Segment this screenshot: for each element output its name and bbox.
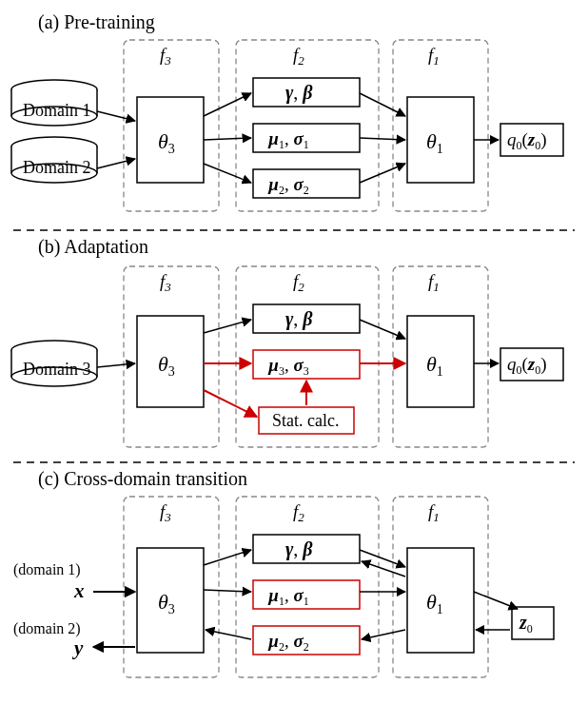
- svg-text:µ3, σ3: µ3, σ3: [267, 355, 309, 378]
- svg-text:γ, β: γ, β: [285, 538, 313, 560]
- svg-text:q0(z0): q0(z0): [507, 354, 547, 377]
- svg-text:γ, β: γ, β: [285, 82, 313, 104]
- arrow: [474, 592, 518, 609]
- section-c: f3 f2 f1 (domain 1) x (domain 2) y θ3 γ,…: [13, 497, 554, 677]
- svg-text:µ2, σ2: µ2, σ2: [267, 631, 309, 654]
- theta1-block-a: [407, 97, 474, 183]
- svg-text:f2: f2: [293, 45, 304, 68]
- caption-c: (c) Cross-domain transition: [38, 468, 247, 490]
- arrow: [360, 93, 405, 116]
- z0-block-c: [512, 607, 554, 639]
- svg-text:f1: f1: [428, 271, 440, 294]
- svg-text:f2: f2: [293, 271, 304, 294]
- svg-text:µ1, σ1: µ1, σ1: [267, 585, 309, 608]
- statcalc-label: Stat. calc.: [272, 411, 339, 430]
- arrow: [204, 164, 251, 183]
- svg-text:µ1, σ1: µ1, σ1: [267, 128, 309, 151]
- section-b: f3 f2 f1 Domain 3 θ3 γ, β µ3, σ3 Stat. c…: [11, 266, 563, 447]
- x-var: x: [73, 579, 85, 602]
- domain2-cyl: Domain 2: [11, 137, 97, 183]
- domain2-label: Domain 2: [23, 158, 91, 177]
- x-note: (domain 1): [13, 561, 81, 578]
- domain1-cyl: Domain 1: [11, 80, 97, 126]
- section-a: f3 f2 f1 Domain 1 Domain 2 θ3 γ, β: [11, 40, 563, 211]
- svg-text:f3: f3: [160, 271, 171, 294]
- svg-text:f1: f1: [428, 45, 440, 68]
- arrow: [204, 320, 251, 333]
- arrow-red: [204, 390, 257, 417]
- arrow: [204, 590, 251, 592]
- arrow: [360, 138, 405, 140]
- arrow: [206, 630, 251, 639]
- svg-text:f3: f3: [160, 45, 171, 68]
- caption-a: (a) Pre-training: [38, 11, 155, 33]
- arrow: [360, 550, 405, 567]
- theta3-block-a: [137, 97, 204, 183]
- domain3-cyl: Domain 3: [11, 341, 97, 386]
- svg-text:q0(z0): q0(z0): [507, 129, 547, 152]
- domain3-label: Domain 3: [23, 360, 91, 379]
- arrow: [362, 630, 405, 639]
- caption-b: (b) Adaptation: [38, 236, 148, 258]
- arrow: [204, 93, 251, 116]
- arrow: [97, 111, 135, 121]
- arrow: [97, 159, 135, 168]
- arrow: [360, 164, 405, 183]
- y-var: y: [71, 636, 84, 659]
- theta3-block-c: [137, 548, 204, 653]
- svg-text:f2: f2: [293, 501, 304, 524]
- arrow: [204, 138, 251, 140]
- domain1-label: Domain 1: [23, 101, 91, 120]
- theta3-block-b: [137, 316, 204, 407]
- svg-text:γ, β: γ, β: [285, 308, 313, 330]
- svg-text:f1: f1: [428, 501, 440, 524]
- arrow: [97, 363, 135, 367]
- arrow: [360, 320, 405, 339]
- arrow: [362, 561, 405, 577]
- svg-text:µ2, σ2: µ2, σ2: [267, 174, 309, 197]
- y-note: (domain 2): [13, 620, 81, 637]
- theta1-block-b: [407, 316, 474, 407]
- arrow: [204, 550, 251, 565]
- svg-text:f3: f3: [160, 501, 171, 524]
- theta1-block-c: [407, 548, 474, 653]
